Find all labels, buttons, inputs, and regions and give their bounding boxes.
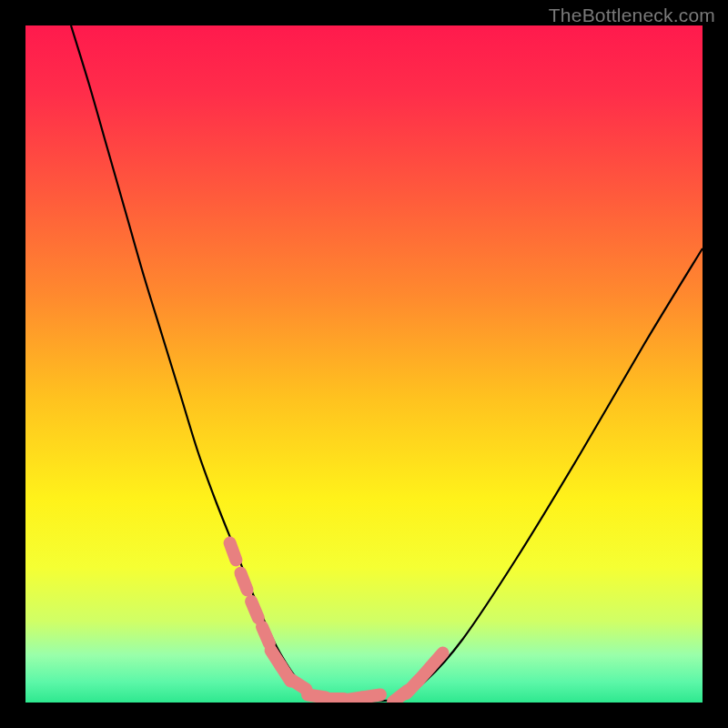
marker-capsule [230,543,237,561]
watermark-text: TheBottleneck.com [549,5,715,26]
marker-capsule [291,680,307,690]
chart-frame [25,25,703,703]
marker-capsule [240,573,247,591]
marker-capsule [430,653,442,667]
chart-plot [25,25,703,703]
marker-capsule [262,627,269,643]
curve-markers [230,543,443,703]
marker-capsule [362,695,380,698]
marker-capsule [251,602,258,618]
bottleneck-curve [71,25,703,701]
